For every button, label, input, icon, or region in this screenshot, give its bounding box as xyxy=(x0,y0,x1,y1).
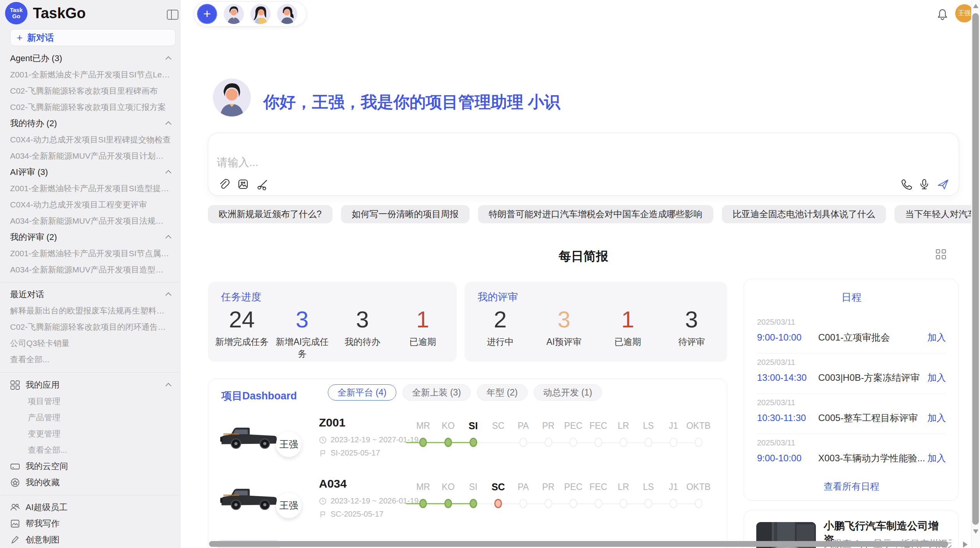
view-all-link[interactable]: 查看全部... xyxy=(0,351,180,368)
milestone-dot xyxy=(545,499,552,508)
layout-grid-icon[interactable] xyxy=(935,248,947,260)
list-item[interactable]: Z001-全新燃油轻卡产品开发项目SI造型提交物评审 xyxy=(0,180,180,197)
user-avatar[interactable]: 王强 xyxy=(955,4,973,22)
sidebar-rows: Agent已办 (3) Z001-全新燃油皮卡产品开发项目SI节点Lesson … xyxy=(0,50,180,548)
join-button[interactable]: 加入 xyxy=(927,412,946,424)
sidebar-collapse-icon[interactable] xyxy=(166,8,180,22)
recent-chat-item[interactable]: C02-飞腾新能源轻客改款项目的闭环通告反馈情况 xyxy=(0,319,180,335)
list-item[interactable]: C0X4-动力总成开发项目SI里程碑提交物检查 xyxy=(0,132,180,148)
pen-icon xyxy=(10,535,20,545)
milestone-label: SI xyxy=(461,418,486,434)
join-button[interactable]: 加入 xyxy=(927,331,946,344)
screenshot-scissors-icon[interactable] xyxy=(256,178,269,190)
sidebar-item-product-mgmt[interactable]: 产品管理 xyxy=(0,409,180,426)
milestone-label: FEC xyxy=(586,418,611,434)
list-item[interactable]: Z001-全新燃油皮卡产品开发项目SI节点Lesson Learn报告 xyxy=(0,67,180,83)
image-upload-icon[interactable] xyxy=(237,178,249,190)
suggestion-chip[interactable]: 特朗普可能对进口汽车增税会对中国车企造成哪些影响 xyxy=(478,205,713,223)
list-item[interactable]: Z001-全新燃油轻卡产品开发项目SI节点属性5D文件评审 xyxy=(0,245,180,262)
list-item[interactable]: C02-飞腾新能源轻客改款项目立项汇报方案 xyxy=(0,99,180,115)
sidebar-item-project-mgmt[interactable]: 项目管理 xyxy=(0,393,180,409)
entry-time: 13:00-14:30 xyxy=(757,372,818,383)
send-icon[interactable] xyxy=(937,178,949,190)
list-item[interactable]: A034-全新新能源MUV产品开发项目造型可行性评审 xyxy=(0,262,180,278)
recent-chat-item[interactable]: 公司Q3轻卡销量 xyxy=(0,335,180,351)
view-all-link[interactable]: 查看全部... xyxy=(0,442,180,458)
sidebar-item-help-write[interactable]: 帮我写作 xyxy=(0,515,180,532)
milestone-label: LS xyxy=(636,479,661,495)
list-item[interactable]: A034-全新新能源MUV产品开发项目法规符合性评审 xyxy=(0,213,180,229)
sidebar-item-change-mgmt[interactable]: 变更管理 xyxy=(0,426,180,442)
list-item[interactable]: C02-飞腾新能源轻客改款项目里程碑画布 xyxy=(0,83,180,99)
scroll-up-arrow-icon[interactable] xyxy=(973,4,978,8)
sidebar-item-cloud-space[interactable]: 我的云空间 xyxy=(0,458,180,474)
schedule-entry: 2025/03/11 9:00-10:00 C001-立项审批会 加入 xyxy=(757,313,946,353)
sidebar-item-favorites[interactable]: 我的收藏 xyxy=(0,474,180,491)
avatar[interactable] xyxy=(277,4,297,24)
milestone-track: MR KO SI SC PA PR PEC FEC LR LS J1 OKTB xyxy=(411,479,711,517)
message-input[interactable] xyxy=(217,152,797,173)
milestone-label: SC xyxy=(486,418,511,434)
section-header-agent-done[interactable]: Agent已办 (3) xyxy=(0,50,180,67)
sidebar-item-ai-employee[interactable]: AI超级员工 xyxy=(0,499,180,515)
join-button[interactable]: 加入 xyxy=(927,372,946,384)
join-button[interactable]: 加入 xyxy=(927,452,946,464)
project-row[interactable]: 王强 Z001 2023-12-19 ~ 2027-01-19 SI-2025-… xyxy=(208,414,727,475)
add-conversation-button[interactable]: + xyxy=(197,4,217,24)
milestone-dot xyxy=(519,438,527,447)
entry-time: 9:00-10:00 xyxy=(757,332,818,343)
milestone-label: PR xyxy=(536,479,561,495)
tab-new-platform[interactable]: 全新平台 (4) xyxy=(328,384,396,401)
project-dates: 2023-12-19 ~ 2026-01-19 xyxy=(319,497,418,505)
flag-icon xyxy=(319,449,327,457)
microphone-icon[interactable] xyxy=(918,178,930,190)
tab-powertrain[interactable]: 动总开发 (1) xyxy=(534,384,602,401)
stat-label: 新增完成任务 xyxy=(212,336,272,348)
suggestion-chip[interactable]: 当下年轻人对汽车外观有怎样的喜好趋势 xyxy=(894,205,980,223)
stat-label: 待评审 xyxy=(660,336,723,348)
recent-chat-item[interactable]: 解释最新出台的欧盟报废车法规再生塑料比例被调至15%... xyxy=(0,303,180,319)
avatar[interactable] xyxy=(250,4,271,24)
new-chat-label: 新对话 xyxy=(27,32,54,44)
card-title: 任务进度 xyxy=(221,290,261,304)
milestone-dot xyxy=(569,438,577,447)
section-header-my-review[interactable]: 我的评审 (2) xyxy=(0,229,180,245)
app-logo: Task Go TaskGo xyxy=(5,2,86,24)
entry-date: 2025/03/11 xyxy=(757,394,946,407)
suggestion-chip[interactable]: 比亚迪全固态电池计划具体说了什么 xyxy=(722,205,886,223)
tab-new-body[interactable]: 全新上装 (3) xyxy=(403,384,471,401)
section-header-ai-review[interactable]: AI评审 (3) xyxy=(0,164,180,180)
scroll-down-arrow-icon[interactable] xyxy=(973,529,978,534)
suggestion-chip[interactable]: 欧洲新规最近颁布了什么? xyxy=(208,205,332,223)
app-title: TaskGo xyxy=(33,5,86,22)
schedule-card: 日程 2025/03/11 9:00-10:00 C001-立项审批会 加入 2… xyxy=(744,279,959,501)
stat-label: 已逾期 xyxy=(392,336,453,348)
owner-name: 王强 xyxy=(279,499,298,512)
stat-value: 2 xyxy=(468,306,532,334)
voice-call-icon[interactable] xyxy=(899,178,912,190)
notification-bell-icon[interactable] xyxy=(936,8,949,21)
chevron-up-icon xyxy=(165,170,171,176)
stat-value: 3 xyxy=(332,306,393,334)
project-row[interactable]: 王强 A034 2023-12-19 ~ 2026-01-19 SC-2025-… xyxy=(208,475,727,536)
user-name: 王强 xyxy=(958,9,971,17)
list-item[interactable]: C0X4-动力总成开发项目工程变更评审 xyxy=(0,197,180,213)
list-item[interactable]: A034-全新新能源MUV产品开发项目计划变更表编写 xyxy=(0,148,180,164)
section-header-my-todo[interactable]: 我的待办 (2) xyxy=(0,115,180,132)
tab-year-model[interactable]: 年型 (2) xyxy=(477,384,528,401)
sidebar-item-creative-draw[interactable]: 创意制图 xyxy=(0,532,180,548)
vertical-scrollbar[interactable] xyxy=(972,13,979,525)
sidebar-item-my-apps[interactable]: 我的应用 xyxy=(0,377,180,393)
new-chat-button[interactable]: + 新对话 xyxy=(10,29,176,46)
section-header-recent-chats[interactable]: 最近对话 xyxy=(0,286,180,303)
avatar[interactable] xyxy=(224,4,244,24)
view-all-schedule-link[interactable]: 查看所有日程 xyxy=(744,480,959,493)
milestone-label: PR xyxy=(536,418,561,434)
milestone-dot xyxy=(545,438,552,447)
stat-label: 我的待办 xyxy=(332,336,393,348)
chevron-up-icon xyxy=(165,292,171,298)
attachment-icon[interactable] xyxy=(218,178,230,190)
scroll-right-arrow-icon[interactable] xyxy=(963,541,968,548)
suggestion-chip[interactable]: 如何写一份清晰的项目周报 xyxy=(341,205,469,223)
horizontal-scrollbar[interactable] xyxy=(209,541,948,547)
